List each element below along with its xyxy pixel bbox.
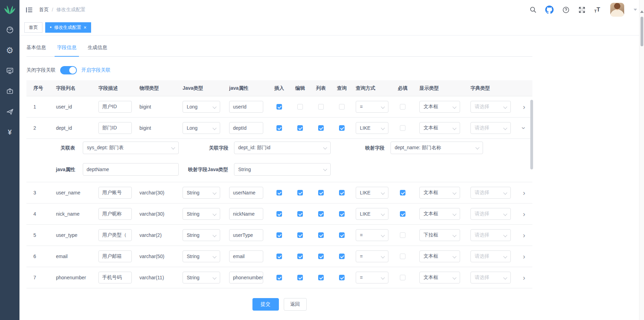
java-field-input[interactable]: phonenumber — [229, 272, 263, 283]
java-type-select[interactable]: Long — [183, 122, 220, 134]
query-checkbox[interactable] — [339, 190, 345, 195]
edit-checkbox[interactable] — [297, 232, 303, 238]
insert-checkbox[interactable] — [276, 275, 282, 280]
toggle-on-label[interactable]: 开启字段关联 — [81, 67, 111, 73]
help-icon[interactable] — [562, 6, 570, 14]
list-checkbox[interactable] — [318, 190, 324, 195]
submit-button[interactable]: 提交 — [252, 298, 279, 311]
query-checkbox[interactable] — [339, 211, 345, 217]
edit-checkbox[interactable] — [297, 104, 303, 110]
column-desc-input[interactable]: 用户邮箱 — [98, 250, 132, 262]
github-icon[interactable] — [545, 6, 554, 14]
map-field-select[interactable]: dept_name: 部门名称 — [391, 142, 483, 154]
query-checkbox[interactable] — [339, 275, 345, 280]
page-scrollbar[interactable] — [639, 0, 644, 320]
java-field-input[interactable]: nickName — [229, 208, 263, 220]
tag-home[interactable]: 首页 — [24, 22, 42, 33]
java-type-select[interactable]: String — [183, 250, 220, 262]
java-field-input[interactable]: userName — [229, 187, 263, 199]
required-checkbox[interactable] — [400, 275, 405, 280]
row-expand-icon[interactable]: › — [523, 253, 525, 260]
row-expand-icon[interactable]: › — [521, 127, 528, 129]
edit-checkbox[interactable] — [297, 190, 303, 195]
row-expand-icon[interactable]: › — [523, 232, 525, 239]
edit-checkbox[interactable] — [297, 125, 303, 131]
table-scrollbar-thumb[interactable] — [530, 100, 533, 169]
map-java-type-select[interactable]: String — [234, 163, 331, 176]
column-desc-input[interactable]: 用户账号 — [98, 187, 132, 199]
column-desc-input[interactable]: 手机号码 — [98, 272, 132, 283]
sidebar-item-finance[interactable]: ¥ — [0, 122, 19, 143]
insert-checkbox[interactable] — [276, 104, 282, 110]
tag-close-icon[interactable]: × — [83, 25, 86, 30]
column-desc-input[interactable]: 用户ID — [98, 101, 132, 113]
edit-checkbox[interactable] — [297, 275, 303, 280]
query-type-select[interactable]: = — [356, 229, 388, 241]
column-desc-input[interactable]: 用户类型（ — [98, 229, 132, 241]
sidebar-item-send[interactable] — [0, 102, 19, 122]
field-relation-switch[interactable] — [60, 66, 77, 74]
row-expand-icon[interactable]: › — [523, 103, 525, 110]
required-checkbox[interactable] — [400, 211, 405, 217]
tab-generate-info[interactable]: 生成信息 — [85, 45, 110, 57]
query-type-select[interactable]: = — [356, 272, 388, 283]
java-field-input[interactable]: email — [229, 250, 263, 262]
java-type-select[interactable]: String — [183, 229, 220, 241]
insert-checkbox[interactable] — [276, 211, 282, 217]
column-desc-input[interactable]: 部门ID — [98, 122, 132, 134]
query-checkbox[interactable] — [339, 125, 345, 131]
java-type-select[interactable]: String — [183, 208, 220, 220]
row-expand-icon[interactable]: › — [523, 274, 525, 281]
column-desc-input[interactable]: 用户昵称 — [98, 208, 132, 220]
sidebar-item-monitor[interactable] — [0, 61, 19, 81]
user-avatar[interactable] — [610, 3, 624, 17]
search-icon[interactable] — [530, 6, 537, 13]
page-scrollbar-thumb[interactable] — [641, 17, 643, 46]
required-checkbox[interactable] — [400, 104, 405, 110]
back-button[interactable]: 返回 — [284, 298, 307, 311]
dict-type-select[interactable]: 请选择 — [470, 272, 511, 283]
query-checkbox[interactable] — [339, 254, 345, 259]
menu-fold-icon[interactable] — [26, 7, 33, 13]
row-expand-icon[interactable]: › — [523, 189, 525, 196]
dict-type-select[interactable]: 请选择 — [470, 208, 511, 220]
scrollbar-up-arrow-icon[interactable] — [640, 10, 644, 13]
breadcrumb-home[interactable]: 首页 — [39, 7, 49, 13]
display-type-select[interactable]: 文本框 — [419, 250, 460, 262]
display-type-select[interactable]: 文本框 — [419, 122, 460, 134]
display-type-select[interactable]: 文本框 — [419, 187, 460, 199]
java-field-input[interactable]: deptId — [229, 122, 263, 134]
list-checkbox[interactable] — [318, 211, 324, 217]
java-type-select[interactable]: Long — [183, 101, 220, 113]
display-type-select[interactable]: 文本框 — [419, 101, 460, 113]
required-checkbox[interactable] — [400, 125, 405, 131]
sidebar-item-settings[interactable]: ⚙ — [0, 40, 19, 61]
query-type-select[interactable]: LIKE — [356, 208, 388, 220]
font-size-icon[interactable]: TT — [594, 6, 600, 13]
tag-current-page[interactable]: ● 修改生成配置 × — [45, 22, 91, 33]
insert-checkbox[interactable] — [276, 190, 282, 195]
query-type-select[interactable]: LIKE — [356, 122, 388, 134]
display-type-select[interactable]: 文本框 — [419, 272, 460, 283]
required-checkbox[interactable] — [400, 254, 405, 259]
list-checkbox[interactable] — [318, 125, 324, 131]
java-field-input[interactable]: userId — [229, 101, 263, 113]
fullscreen-icon[interactable] — [578, 6, 586, 14]
java-field-input[interactable]: userType — [229, 229, 263, 241]
required-checkbox[interactable] — [400, 232, 405, 238]
edit-checkbox[interactable] — [297, 211, 303, 217]
query-type-select[interactable]: = — [356, 101, 388, 113]
java-type-select[interactable]: String — [183, 187, 220, 199]
query-type-select[interactable]: LIKE — [356, 187, 388, 199]
row-expand-icon[interactable]: › — [523, 210, 525, 217]
edit-checkbox[interactable] — [297, 254, 303, 259]
list-checkbox[interactable] — [318, 232, 324, 238]
dict-type-select[interactable]: 请选择 — [470, 250, 511, 262]
dict-type-select[interactable]: 请选择 — [470, 187, 511, 199]
relation-field-select[interactable]: dept_id: 部门id — [234, 142, 331, 154]
list-checkbox[interactable] — [318, 104, 324, 110]
sidebar-item-toolbox[interactable] — [0, 81, 19, 102]
insert-checkbox[interactable] — [276, 232, 282, 238]
dict-type-select[interactable]: 请选择 — [470, 122, 511, 134]
display-type-select[interactable]: 文本框 — [419, 208, 460, 220]
